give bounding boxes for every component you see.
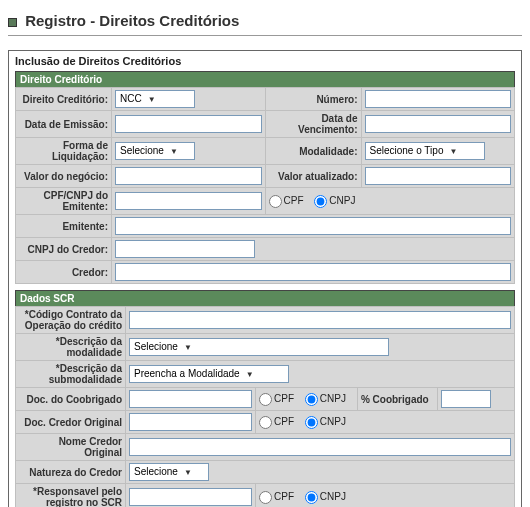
page-title-text: Registro - Direitos Creditórios <box>25 12 239 29</box>
label-data-venc: Data de Vencimento: <box>265 111 361 138</box>
radio-credor-orig-cpf[interactable] <box>259 416 272 429</box>
section-header-direito: Direito Creditório <box>15 71 515 87</box>
input-cnpj-credor[interactable] <box>115 240 255 258</box>
radio-coob-cnpj-label[interactable]: CNPJ <box>305 393 346 404</box>
select-desc-submod[interactable]: Preencha a Modalidade <box>129 365 289 383</box>
input-valor-neg[interactable] <box>115 167 262 185</box>
select-modalidade[interactable]: Selecione o Tipo <box>365 142 485 160</box>
radio-coob-doc: CPF CNPJ <box>256 388 358 411</box>
input-cpfcnpj-emit[interactable] <box>115 192 262 210</box>
input-nome-credor-orig[interactable] <box>129 438 511 456</box>
label-doc-coob: Doc. do Coobrigado <box>16 388 126 411</box>
radio-credor-orig-cnpj[interactable] <box>305 416 318 429</box>
label-desc-mod: *Descrição da modalidade <box>16 334 126 361</box>
input-data-emissao[interactable] <box>115 115 262 133</box>
input-emitente[interactable] <box>115 217 511 235</box>
label-pct-coob: % Coobrigado <box>357 388 437 411</box>
radio-resp-cpf-label[interactable]: CPF <box>259 491 294 502</box>
input-numero[interactable] <box>365 90 512 108</box>
subtitle: Inclusão de Direitos Creditórios <box>15 55 515 71</box>
label-valor-neg: Valor do negócio: <box>16 165 112 188</box>
input-resp[interactable] <box>129 488 252 506</box>
radio-credor-orig-doc: CPF CNPJ <box>256 411 515 434</box>
label-valor-atu: Valor atualizado: <box>265 165 361 188</box>
label-cnpj-credor: CNPJ do Credor: <box>16 238 112 261</box>
radio-emit-doc: CPF CNPJ <box>265 188 515 215</box>
label-natureza: Natureza do Credor <box>16 461 126 484</box>
label-numero: Número: <box>265 88 361 111</box>
grid-direito: Direito Creditório: NCC Número: Data de … <box>15 87 515 284</box>
title-bullet-icon <box>8 18 17 27</box>
radio-resp-cnpj[interactable] <box>305 491 318 504</box>
radio-coob-cnpj[interactable] <box>305 393 318 406</box>
radio-coob-cpf[interactable] <box>259 393 272 406</box>
input-credor[interactable] <box>115 263 511 281</box>
label-data-emissao: Data de Emissão: <box>16 111 112 138</box>
radio-coob-cpf-label[interactable]: CPF <box>259 393 294 404</box>
label-credor: Credor: <box>16 261 112 284</box>
input-valor-atu[interactable] <box>365 167 512 185</box>
label-codigo: *Código Contrato da Operação do crédito <box>16 307 126 334</box>
input-doc-credor-orig[interactable] <box>129 413 252 431</box>
radio-emit-cnpj[interactable] <box>314 195 327 208</box>
select-natureza[interactable]: Selecione <box>129 463 209 481</box>
input-data-venc[interactable] <box>365 115 512 133</box>
label-doc-credor-orig: Doc. Credor Original <box>16 411 126 434</box>
radio-emit-cnpj-label[interactable]: CNPJ <box>314 195 355 206</box>
label-direito: Direito Creditório: <box>16 88 112 111</box>
page-title: Registro - Direitos Creditórios <box>8 8 522 36</box>
radio-credor-orig-cnpj-label[interactable]: CNPJ <box>305 416 346 427</box>
grid-scr: *Código Contrato da Operação do crédito … <box>15 306 515 507</box>
input-doc-coob[interactable] <box>129 390 252 408</box>
label-resp: *Responsavel pelo registro no SCR <box>16 484 126 508</box>
input-pct-coob[interactable] <box>441 390 491 408</box>
input-codigo[interactable] <box>129 311 511 329</box>
radio-resp-cpf[interactable] <box>259 491 272 504</box>
select-direito[interactable]: NCC <box>115 90 195 108</box>
radio-resp-doc: CPF CNPJ <box>256 484 515 508</box>
label-modalidade: Modalidade: <box>265 138 361 165</box>
radio-emit-cpf-label[interactable]: CPF <box>269 195 304 206</box>
label-cpfcnpj-emit: CPF/CNPJ do Emitente: <box>16 188 112 215</box>
radio-emit-cpf[interactable] <box>269 195 282 208</box>
radio-resp-cnpj-label[interactable]: CNPJ <box>305 491 346 502</box>
label-forma-liq: Forma de Liquidação: <box>16 138 112 165</box>
label-nome-credor-orig: Nome Credor Original <box>16 434 126 461</box>
section-header-scr: Dados SCR <box>15 290 515 306</box>
form-container: Inclusão de Direitos Creditórios Direito… <box>8 50 522 507</box>
select-desc-mod[interactable]: Selecione <box>129 338 389 356</box>
select-forma-liq[interactable]: Selecione <box>115 142 195 160</box>
radio-credor-orig-cpf-label[interactable]: CPF <box>259 416 294 427</box>
label-desc-submod: *Descrição da submodalidade <box>16 361 126 388</box>
label-emitente: Emitente: <box>16 215 112 238</box>
